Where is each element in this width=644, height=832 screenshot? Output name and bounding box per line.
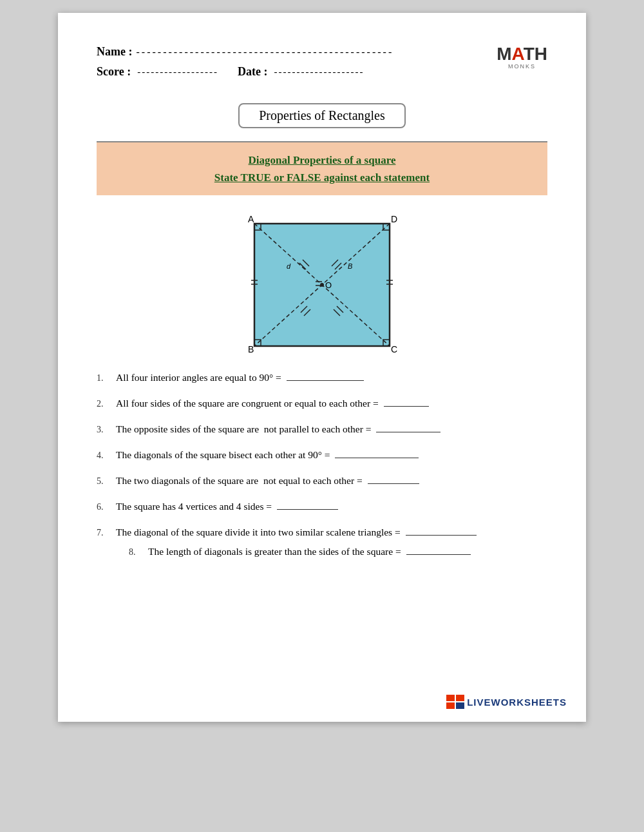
svg-text:B: B	[348, 262, 352, 270]
q-num-6: 6.	[97, 502, 112, 512]
q-text-6: The square has 4 vertices and 4 sides =	[116, 501, 547, 512]
q-text-1: All four interior angles are equal to 90…	[116, 372, 547, 383]
logo-math: MATH	[497, 45, 547, 63]
logo-box: MATH MONKS	[497, 45, 547, 70]
sub-question-8: 8. The length of diagonals is greater th…	[129, 546, 547, 557]
name-line: Name : ---------------------------------…	[97, 45, 497, 59]
question-item-3: 3. The opposite sides of the square are …	[97, 423, 547, 435]
diagram-area: A D B C O d B	[97, 211, 547, 359]
q-num-4: 4.	[97, 450, 112, 461]
question-item-4: 4. The diagonals of the square bisect ea…	[97, 449, 547, 461]
label-d: D	[391, 214, 397, 224]
q-text-8: The length of diagonals is greater than …	[148, 546, 547, 557]
q-text-5: The two diagonals of the square are not …	[116, 475, 547, 487]
footer-logo-box: LIVEWORKSHEETS	[446, 695, 567, 709]
score-dashes: ------------------	[137, 66, 218, 77]
section-banner: Diagonal Properties of a square State TR…	[97, 142, 547, 195]
q-num-1: 1.	[97, 373, 112, 383]
name-label: Name :	[97, 45, 132, 59]
label-a: A	[248, 214, 254, 224]
label-c: C	[391, 344, 397, 354]
header-section: Name : ---------------------------------…	[97, 45, 547, 79]
questions-list: 1. All four interior angles are equal to…	[97, 372, 547, 538]
q-text-2: All four sides of the square are congrue…	[116, 398, 547, 409]
answer-line-7[interactable]	[406, 535, 477, 536]
footer-text: LIVEWORKSHEETS	[467, 697, 567, 708]
name-dashes: ----------------------------------------…	[136, 46, 393, 58]
svg-rect-24	[446, 695, 455, 701]
header-fields: Name : ---------------------------------…	[97, 45, 497, 79]
q-num-5: 5.	[97, 476, 112, 487]
worksheet-page: Name : ---------------------------------…	[58, 13, 586, 722]
q-num-8: 8.	[129, 547, 144, 557]
score-date-line: Score : ------------------ Date : ------…	[97, 65, 497, 79]
logo-sub: MONKS	[497, 63, 547, 70]
section-heading: Diagonal Properties of a square	[109, 151, 535, 169]
question-item-7: 7. The diagonal of the square divide it …	[97, 527, 547, 538]
q-text-4: The diagonals of the square bisect each …	[116, 449, 547, 461]
svg-point-21	[320, 283, 324, 287]
liveworksheets-icon	[446, 695, 464, 709]
question-item-1: 1. All four interior angles are equal to…	[97, 372, 547, 383]
date-dashes: --------------------	[274, 66, 365, 77]
answer-line-5[interactable]	[368, 483, 419, 484]
q-text-7: The diagonal of the square divide it int…	[116, 527, 547, 538]
square-diagram: A D B C O d B	[235, 211, 409, 359]
page-title: Properties of Rectangles	[238, 103, 406, 128]
question-item-5: 5. The two diagonals of the square are n…	[97, 475, 547, 487]
label-b: B	[248, 344, 254, 354]
label-o: O	[325, 280, 332, 290]
question-item-6: 6. The square has 4 vertices and 4 sides…	[97, 501, 547, 512]
answer-line-1[interactable]	[287, 380, 364, 381]
svg-rect-26	[446, 702, 455, 709]
footer: LIVEWORKSHEETS	[446, 695, 567, 709]
svg-rect-27	[456, 702, 464, 709]
answer-line-4[interactable]	[335, 458, 419, 458]
svg-rect-25	[456, 695, 464, 701]
q-num-7: 7.	[97, 528, 112, 538]
svg-text:d: d	[287, 262, 291, 270]
q-text-3: The opposite sides of the square are not…	[116, 423, 547, 435]
question-item-2: 2. All four sides of the square are cong…	[97, 398, 547, 409]
logo-a-red: A	[512, 44, 524, 64]
answer-line-2[interactable]	[384, 406, 429, 407]
answer-line-3[interactable]	[376, 432, 440, 432]
answer-line-8[interactable]	[406, 554, 471, 555]
section-subheading: State TRUE or FALSE against each stateme…	[109, 169, 535, 186]
answer-line-6[interactable]	[277, 509, 338, 510]
date-label: Date :	[238, 65, 267, 79]
q-num-2: 2.	[97, 399, 112, 409]
q-num-3: 3.	[97, 425, 112, 435]
score-label: Score :	[97, 65, 131, 79]
